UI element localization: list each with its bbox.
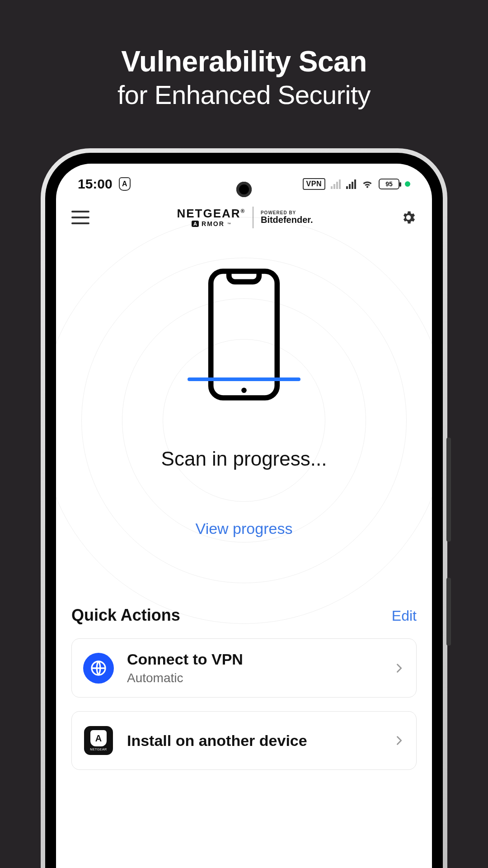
quick-action-connect-vpn[interactable]: Connect to VPN Automatic — [71, 638, 417, 698]
globe-icon — [83, 653, 114, 684]
brand-logo: NETGEAR® ARMOR™ POWERED BY Bitdefender. — [177, 207, 313, 228]
promo-header: Vulnerability Scan for Enhanced Security — [0, 0, 488, 111]
quick-action-title: Connect to VPN — [127, 651, 380, 668]
camera-hole — [236, 182, 252, 197]
settings-button[interactable] — [400, 209, 417, 226]
menu-button[interactable] — [71, 211, 89, 224]
phone-mockup: 15:00 A VPN 95 NETGEAR® — [41, 148, 447, 868]
quick-actions-edit-button[interactable]: Edit — [392, 608, 417, 624]
armor-shield-icon: A — [119, 177, 131, 191]
svg-point-1 — [241, 388, 247, 393]
promo-title: Vulnerability Scan — [0, 45, 488, 79]
armor-app-icon: A NETGEAR — [84, 726, 113, 755]
device-side-button — [446, 578, 451, 646]
vpn-badge-icon: VPN — [303, 178, 325, 190]
chevron-right-icon — [393, 662, 405, 675]
scan-status-text: Scan in progress... — [161, 448, 327, 470]
device-scan-icon — [206, 267, 282, 402]
wifi-icon — [361, 178, 373, 190]
device-side-button — [446, 438, 451, 542]
view-progress-link[interactable]: View progress — [196, 520, 293, 538]
signal-strong-icon — [346, 179, 356, 189]
promo-subtitle: for Enhanced Security — [0, 79, 488, 112]
quick-action-subtitle: Automatic — [127, 671, 380, 685]
quick-actions-title: Quick Actions — [71, 606, 180, 625]
quick-actions-header: Quick Actions Edit — [56, 606, 432, 625]
battery-icon: 95 — [379, 179, 399, 189]
chevron-right-icon — [393, 734, 405, 747]
scan-area: Scan in progress... View progress — [56, 244, 432, 561]
status-time: 15:00 — [78, 176, 113, 192]
quick-action-install-device[interactable]: A NETGEAR Install on another device — [71, 711, 417, 770]
scan-line-icon — [188, 377, 300, 381]
app-header: NETGEAR® ARMOR™ POWERED BY Bitdefender. — [56, 200, 432, 235]
status-dot-icon — [405, 181, 410, 187]
quick-action-title: Install on another device — [127, 732, 380, 750]
signal-weak-icon — [331, 179, 341, 189]
